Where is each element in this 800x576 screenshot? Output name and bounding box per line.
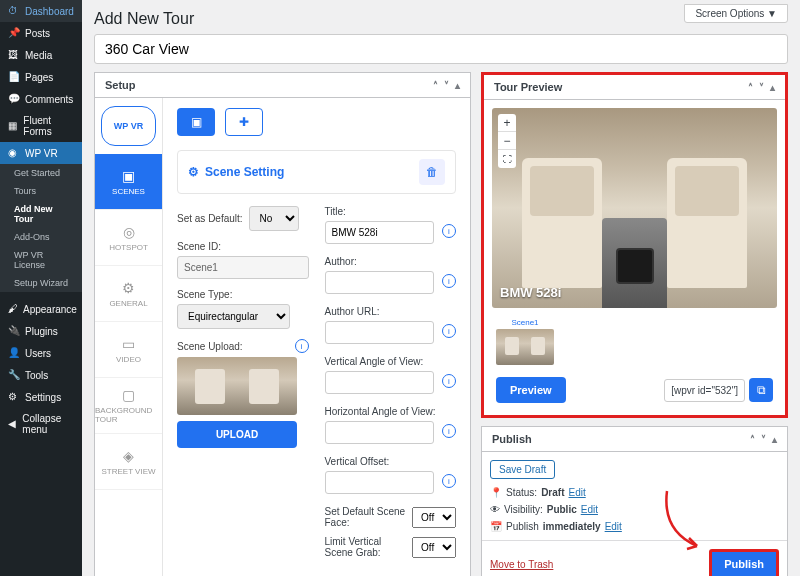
- pano-controls: + − ⛶: [498, 114, 516, 168]
- author-input[interactable]: [325, 271, 435, 294]
- tab-hotspot[interactable]: ◎HOTSPOT: [95, 210, 162, 266]
- publish-button[interactable]: Publish: [709, 549, 779, 576]
- vaov-label: Vertical Angle of View:: [325, 356, 457, 367]
- info-icon[interactable]: i: [442, 374, 456, 388]
- hotspot-icon: ◎: [123, 224, 135, 240]
- status-label: Status:: [506, 487, 537, 498]
- save-draft-button[interactable]: Save Draft: [490, 460, 555, 479]
- move-up-icon[interactable]: ˄: [748, 82, 753, 93]
- preview-button[interactable]: Preview: [496, 377, 566, 403]
- sidebar-item-settings[interactable]: ⚙Settings: [0, 386, 82, 408]
- brush-icon: 🖌: [8, 303, 18, 315]
- image-icon: ▣: [191, 115, 202, 129]
- author-url-input[interactable]: [325, 321, 435, 344]
- upload-button[interactable]: UPLOAD: [177, 421, 297, 448]
- edit-visibility-link[interactable]: Edit: [581, 504, 598, 515]
- info-icon[interactable]: i: [442, 274, 456, 288]
- main-content: Screen Options ▼ Add New Tour Setup ˄ ˅ …: [82, 0, 800, 576]
- toggle-icon[interactable]: ▴: [772, 434, 777, 445]
- sidebar-item-collapse[interactable]: ◀Collapse menu: [0, 408, 82, 440]
- setup-title: Setup: [105, 79, 136, 91]
- sidebar-item-users[interactable]: 👤Users: [0, 342, 82, 364]
- move-down-icon[interactable]: ˅: [444, 80, 449, 91]
- fullscreen-button[interactable]: ⛶: [498, 150, 516, 168]
- label: Dashboard: [25, 6, 74, 17]
- sidebar-sub-license[interactable]: WP VR License: [0, 246, 82, 274]
- label: Media: [25, 50, 52, 61]
- label: WP VR: [25, 148, 58, 159]
- zoom-in-button[interactable]: +: [498, 114, 516, 132]
- scene-select-button[interactable]: ▣: [177, 108, 215, 136]
- scene-thumbnail: [177, 357, 297, 415]
- haov-input[interactable]: [325, 421, 435, 444]
- toggle-icon[interactable]: ▴: [770, 82, 775, 93]
- info-icon[interactable]: i: [295, 339, 309, 353]
- sidebar-sub-getstarted[interactable]: Get Started: [0, 164, 82, 182]
- general-icon: ⚙: [122, 280, 135, 296]
- limit-grab-select[interactable]: Off: [412, 537, 456, 558]
- scene-type-label: Scene Type:: [177, 289, 232, 300]
- sidebar-item-pages[interactable]: 📄Pages: [0, 66, 82, 88]
- sidebar-item-appearance[interactable]: 🖌Appearance: [0, 298, 82, 320]
- wrench-icon: 🔧: [8, 369, 20, 381]
- zoom-out-button[interactable]: −: [498, 132, 516, 150]
- set-default-select[interactable]: No: [249, 206, 299, 231]
- vaov-input[interactable]: [325, 371, 435, 394]
- sidebar-item-posts[interactable]: 📌Posts: [0, 22, 82, 44]
- copy-icon: ⧉: [757, 383, 766, 397]
- edit-schedule-link[interactable]: Edit: [605, 521, 622, 532]
- visibility-value: Public: [547, 504, 577, 515]
- info-icon[interactable]: i: [442, 324, 456, 338]
- info-icon[interactable]: i: [442, 224, 456, 238]
- move-down-icon[interactable]: ˅: [761, 434, 766, 445]
- add-scene-button[interactable]: ✚: [225, 108, 263, 136]
- sidebar-sub-addnewtour[interactable]: Add New Tour: [0, 200, 82, 228]
- label: Tools: [25, 370, 48, 381]
- info-icon[interactable]: i: [442, 474, 456, 488]
- author-label: Author:: [325, 256, 457, 267]
- sidebar-sub-tours[interactable]: Tours: [0, 182, 82, 200]
- screen-options-button[interactable]: Screen Options ▼: [684, 4, 788, 23]
- move-down-icon[interactable]: ˅: [759, 82, 764, 93]
- tab-street-view[interactable]: ◈STREET VIEW: [95, 434, 162, 490]
- shortcode-text: [wpvr id="532"]: [664, 379, 745, 402]
- sidebar-item-dashboard[interactable]: ⏱Dashboard: [0, 0, 82, 22]
- tab-video[interactable]: ▭VIDEO: [95, 322, 162, 378]
- delete-scene-button[interactable]: 🗑: [419, 159, 445, 185]
- move-up-icon[interactable]: ˄: [750, 434, 755, 445]
- sidebar-item-wpvr[interactable]: ◉WP VR: [0, 142, 82, 164]
- user-icon: 👤: [8, 347, 20, 359]
- scene-thumb[interactable]: Scene1: [496, 318, 554, 365]
- pin-icon: 📍: [490, 487, 502, 498]
- scene-id-input[interactable]: [177, 256, 309, 279]
- sidebar-item-plugins[interactable]: 🔌Plugins: [0, 320, 82, 342]
- label: Fluent Forms: [23, 115, 74, 137]
- title-input[interactable]: [325, 221, 435, 244]
- scene-type-select[interactable]: Equirectangular: [177, 304, 290, 329]
- author-url-label: Author URL:: [325, 306, 457, 317]
- panorama-viewer[interactable]: + − ⛶ BMW 528i: [492, 108, 777, 308]
- voffset-label: Vertical Offset:: [325, 456, 457, 467]
- toggle-icon[interactable]: ▴: [455, 80, 460, 91]
- move-to-trash-link[interactable]: Move to Trash: [490, 559, 553, 570]
- default-face-select[interactable]: Off: [412, 507, 456, 528]
- label: Appearance: [23, 304, 77, 315]
- voffset-input[interactable]: [325, 471, 435, 494]
- sidebar-sub-setupwizard[interactable]: Setup Wizard: [0, 274, 82, 292]
- tab-general[interactable]: ⚙GENERAL: [95, 266, 162, 322]
- edit-status-link[interactable]: Edit: [568, 487, 585, 498]
- sidebar-item-tools[interactable]: 🔧Tools: [0, 364, 82, 386]
- schedule-label: Publish: [506, 521, 539, 532]
- sidebar-sub-addons[interactable]: Add-Ons: [0, 228, 82, 246]
- info-icon[interactable]: i: [442, 424, 456, 438]
- sidebar-item-comments[interactable]: 💬Comments: [0, 88, 82, 110]
- tab-background-tour[interactable]: ▢BACKGROUND TOUR: [95, 378, 162, 434]
- tour-title-input[interactable]: [94, 34, 788, 64]
- tab-scenes[interactable]: ▣SCENES: [95, 154, 162, 210]
- sidebar-item-fluentforms[interactable]: ▦Fluent Forms: [0, 110, 82, 142]
- copy-shortcode-button[interactable]: ⧉: [749, 378, 773, 402]
- scenes-icon: ▣: [122, 168, 135, 184]
- sidebar-item-media[interactable]: 🖼Media: [0, 44, 82, 66]
- move-up-icon[interactable]: ˄: [433, 80, 438, 91]
- label: Plugins: [25, 326, 58, 337]
